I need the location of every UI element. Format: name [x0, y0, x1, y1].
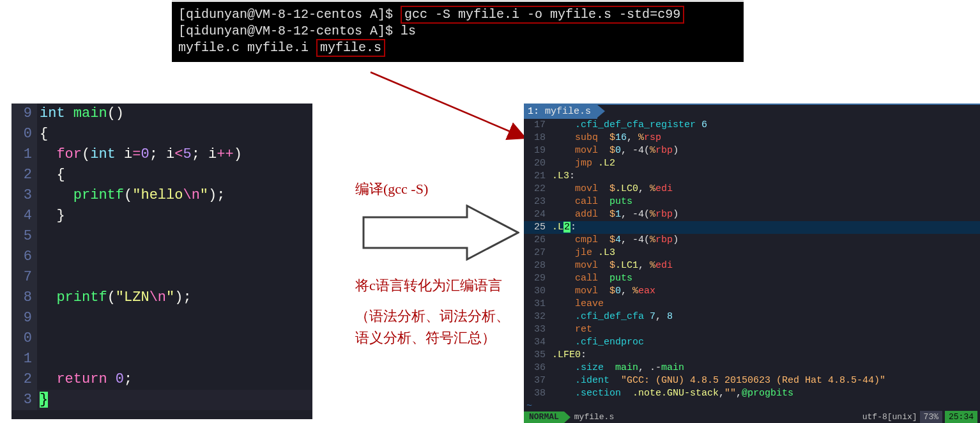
chevron-right-icon [564, 411, 570, 423]
code-content: { [37, 165, 312, 185]
code-content [37, 247, 312, 267]
source-line[interactable]: 5 [11, 226, 312, 247]
source-line[interactable]: 2 return 0; [11, 369, 312, 390]
asm-content: call puts [552, 272, 980, 285]
vim-status-bar: NORMAL myfile.s utf-8[unix] 73% 25:34 [524, 411, 980, 423]
line-number: 1 [11, 144, 37, 165]
line-number: 18 [524, 132, 552, 144]
line-number: 22 [524, 183, 552, 196]
code-content: } [37, 206, 312, 226]
source-line[interactable]: 0 [11, 328, 312, 349]
line-number: 9 [11, 308, 37, 328]
code-content: for(int i=0; i<5; i++) [37, 144, 312, 165]
asm-line[interactable]: 19 movl $0, -4(%rbp) [524, 144, 980, 157]
line-number: 21 [524, 170, 552, 183]
vim-mode-indicator: NORMAL [524, 411, 564, 423]
status-line-number: 25:34 [945, 411, 977, 423]
editor-tab-bar: 1: myfile.s [524, 105, 980, 119]
code-content [37, 349, 312, 369]
asm-line[interactable]: 35.LFE0: [524, 349, 980, 362]
ls-output-other: myfile.c myfile.i [178, 40, 316, 55]
terminal-line-1: [qidunyan@VM-8-12-centos A]$ gcc -S myfi… [178, 6, 737, 24]
asm-line[interactable]: 28 movl $.LC1, %edi [524, 259, 980, 272]
source-line[interactable]: 9int main() [11, 104, 312, 124]
compile-stage-label: 编译(gcc -S) [355, 180, 428, 199]
line-number: 23 [524, 196, 552, 208]
asm-content: subq $16, %rsp [552, 132, 980, 144]
asm-line[interactable]: 29 call puts [524, 272, 980, 285]
asm-line[interactable]: 21.L3: [524, 170, 980, 183]
asm-content: .section .note.GNU-stack,"",@progbits [552, 387, 980, 400]
source-line[interactable]: 8 printf("LZN\n"); [11, 288, 312, 308]
assembly-editor[interactable]: 1: myfile.s 17 .cfi_def_cfa_register 618… [524, 104, 980, 423]
ls-output-highlight: myfile.s [316, 39, 385, 57]
line-number: 37 [524, 374, 552, 387]
line-number: 19 [524, 144, 552, 157]
asm-content: .LFE0: [552, 349, 980, 362]
asm-line[interactable]: 26 cmpl $4, -4(%rbp) [524, 234, 980, 247]
line-number: 5 [11, 226, 37, 247]
asm-line[interactable]: 18 subq $16, %rsp [524, 132, 980, 144]
compile-stage-description: 将c语言转化为汇编语言 （语法分析、词法分析、语义分析、符号汇总） [355, 275, 511, 349]
asm-line[interactable]: 23 call puts [524, 196, 980, 208]
asm-line[interactable]: 37 .ident "GCC: (GNU) 4.8.5 20150623 (Re… [524, 374, 980, 387]
c-source-editor[interactable]: 9int main()0{1 for(int i=0; i<5; i++)2 {… [11, 104, 312, 419]
asm-line[interactable]: 27 jle .L3 [524, 247, 980, 259]
code-content: printf("hello\n"); [37, 185, 312, 206]
editor-tab-myfile-s[interactable]: 1: myfile.s [524, 105, 597, 119]
asm-line[interactable]: 30 movl $0, %eax [524, 285, 980, 298]
asm-line[interactable]: 33 ret [524, 323, 980, 336]
asm-line[interactable]: 25.L2: [524, 221, 980, 234]
line-number: 30 [524, 285, 552, 298]
assembly-editor-body[interactable]: 17 .cfi_def_cfa_register 618 subq $16, %… [524, 119, 980, 400]
svg-line-0 [371, 72, 524, 137]
asm-line[interactable]: 34 .cfi_endproc [524, 336, 980, 349]
asm-line[interactable]: 38 .section .note.GNU-stack,"",@progbits [524, 387, 980, 400]
line-number: 0 [11, 124, 37, 144]
asm-line[interactable]: 24 addl $1, -4(%rbp) [524, 208, 980, 221]
asm-content: movl $.LC1, %edi [552, 259, 980, 272]
source-line[interactable]: 9 [11, 308, 312, 328]
asm-line[interactable]: 36 .size main, .-main [524, 362, 980, 374]
line-number: 25 [524, 221, 552, 234]
line-number: 32 [524, 311, 552, 323]
line-number: 38 [524, 387, 552, 400]
line-number: 33 [524, 323, 552, 336]
source-line[interactable]: 4 } [11, 206, 312, 226]
line-number: 7 [11, 267, 37, 288]
source-line[interactable]: 0{ [11, 124, 312, 144]
shell-prompt: [qidunyan@VM-8-12-centos A]$ [178, 24, 401, 38]
line-number: 17 [524, 119, 552, 132]
line-number: 24 [524, 208, 552, 221]
asm-content: movl $.LC0, %edi [552, 183, 980, 196]
line-number: 1 [11, 349, 37, 369]
line-number: 27 [524, 247, 552, 259]
asm-content: .size main, .-main [552, 362, 980, 374]
asm-line[interactable]: 17 .cfi_def_cfa_register 6 [524, 119, 980, 132]
asm-line[interactable]: 20 jmp .L2 [524, 157, 980, 170]
code-content [37, 328, 312, 349]
asm-line[interactable]: 31 leave [524, 298, 980, 311]
source-line[interactable]: 3} [11, 390, 312, 410]
asm-content: jle .L3 [552, 247, 980, 259]
asm-line[interactable]: 22 movl $.LC0, %edi [524, 183, 980, 196]
asm-content: addl $1, -4(%rbp) [552, 208, 980, 221]
code-content: { [37, 124, 312, 144]
line-number: 28 [524, 259, 552, 272]
code-content [37, 308, 312, 328]
source-line[interactable]: 1 [11, 349, 312, 369]
asm-content: .L2: [552, 221, 980, 234]
asm-line[interactable]: 32 .cfi_def_cfa 7, 8 [524, 311, 980, 323]
source-line[interactable]: 6 [11, 247, 312, 267]
desc-line-1: 将c语言转化为汇编语言 [355, 275, 511, 296]
source-line[interactable]: 1 for(int i=0; i<5; i++) [11, 144, 312, 165]
source-line[interactable]: 2 { [11, 165, 312, 185]
shell-prompt: [qidunyan@VM-8-12-centos A]$ [178, 7, 401, 22]
tab-arrow-icon [597, 105, 605, 118]
terminal-window: [qidunyan@VM-8-12-centos A]$ gcc -S myfi… [172, 0, 744, 62]
source-line[interactable]: 3 printf("hello\n"); [11, 185, 312, 206]
source-line[interactable]: 7 [11, 267, 312, 288]
asm-content: leave [552, 298, 980, 311]
asm-content: movl $0, -4(%rbp) [552, 144, 980, 157]
terminal-line-3: myfile.c myfile.i myfile.s [178, 39, 737, 57]
